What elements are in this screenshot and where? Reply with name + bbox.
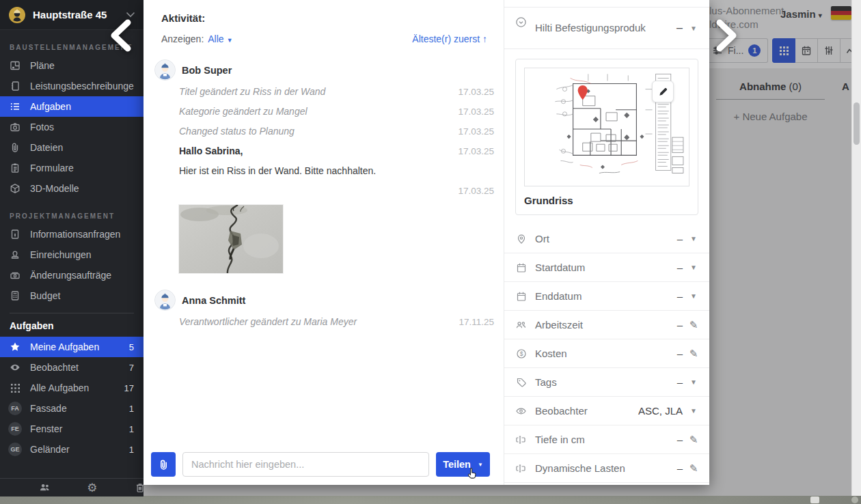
pencil-icon[interactable]: ✎ <box>689 348 698 360</box>
category-badge: FE <box>8 422 22 436</box>
sidebar-item-aufgaben[interactable]: Aufgaben <box>0 96 144 117</box>
sidebar-item-informationsanfragen[interactable]: Informationsanfragen <box>0 224 144 244</box>
filter-fassade[interactable]: FA Fassade 1 <box>0 398 144 419</box>
location-icon <box>515 233 527 244</box>
tag-icon <box>515 376 527 388</box>
feed-event: Verantwortlicher geändert zu Maria Meyer… <box>144 316 504 327</box>
svg-text:$: $ <box>519 350 523 357</box>
calculator-icon <box>10 290 20 301</box>
filter-gelaender[interactable]: GE Geländer 1 <box>0 439 144 460</box>
chevron-down-icon[interactable]: ▼ <box>689 292 698 300</box>
chevron-down-icon[interactable]: ▼ <box>689 378 698 386</box>
chevron-down-icon[interactable]: ▼ <box>689 407 698 415</box>
sidebar-item-3d-modelle[interactable]: 3D-Modelle <box>0 178 144 199</box>
section-label-projektmanagement: PROJEKTMANAGEMENT <box>10 212 144 220</box>
app-root: lus-Abonnement ldwire.com Jasmin▾ Fi... … <box>0 0 861 504</box>
filter-alle-aufgaben[interactable]: Alle Aufgaben 17 <box>0 378 144 398</box>
feed-event: Changed status to Planung 17.03.25 <box>144 126 504 137</box>
manpower-icon <box>515 319 527 331</box>
cash-icon <box>10 270 20 281</box>
gear-icon[interactable]: ⚙ <box>87 482 97 494</box>
stamp-icon <box>10 249 20 260</box>
worker-logo-icon <box>8 6 26 24</box>
feed-event: Kategorie geändert zu Mangel 17.03.25 <box>144 106 504 117</box>
chevron-down-icon <box>126 12 135 18</box>
field-arbeitszeit[interactable]: Arbeitszeit – ✎ <box>504 311 709 339</box>
grid-dots-icon <box>10 382 20 393</box>
task-attributes-panel: Hilti Befestigungsproduk – ▼ <box>504 0 709 485</box>
filter-beobachtet[interactable]: Beobachtet 7 <box>0 357 144 378</box>
avatar <box>154 290 176 311</box>
field-beobachter[interactable]: Beobachter ASC, JLA ▼ <box>504 397 709 425</box>
tasks-icon <box>10 101 20 112</box>
sidebar-item-budget[interactable]: Budget <box>0 285 144 306</box>
pencil-icon[interactable]: ✎ <box>689 462 698 475</box>
eye-icon <box>515 405 527 417</box>
activity-panel: Aktivität: Anzeigen: Alle▼ Älteste(r) zu… <box>144 0 504 485</box>
filter-label: Anzeigen: <box>161 33 204 44</box>
message-input[interactable] <box>182 452 429 477</box>
filter-meine-aufgaben[interactable]: Meine Aufgaben 5 <box>0 337 144 357</box>
browser-scrollbar[interactable] <box>851 0 861 496</box>
chevron-down-icon[interactable]: ▼ <box>689 235 698 242</box>
photos-icon <box>10 122 20 132</box>
field-kosten[interactable]: $ Kosten – ✎ <box>504 339 709 368</box>
chevron-down-icon: ▼ <box>227 37 233 44</box>
sidebar-item-dateien[interactable]: Dateien <box>0 137 144 158</box>
filter-fenster[interactable]: FE Fenster 1 <box>0 419 144 439</box>
chevron-down-icon[interactable]: ▼ <box>689 25 698 32</box>
sidebar-item-fotos[interactable]: Fotos <box>0 117 144 137</box>
message-composer: Teilen ▼ <box>144 452 504 485</box>
field-kategorie[interactable]: Hilti Befestigungsproduk – ▼ <box>504 7 709 49</box>
author-name: Anna Schmitt <box>182 295 245 306</box>
field-tags[interactable]: Tags – ▼ <box>504 368 709 397</box>
desktop-edge-strip <box>0 496 861 504</box>
activity-controls: Anzeigen: Alle▼ Älteste(r) zuerst ↑ <box>144 24 504 44</box>
cube-icon <box>10 183 20 194</box>
arrow-up-icon: ↑ <box>482 33 487 44</box>
sidebar: Hauptstraße 45 BAUSTELLENMANAGEMENT Plän… <box>0 0 144 496</box>
sidebar-item-leistungsbeschreibungen[interactable]: Leistungsbeschreibungen <box>0 76 144 96</box>
field-startdatum[interactable]: Startdatum – ▼ <box>504 253 709 282</box>
share-button[interactable]: Teilen ▼ <box>436 452 490 477</box>
category-badge: FA <box>8 402 22 415</box>
sidebar-item-plaene[interactable]: Pläne <box>0 55 144 76</box>
field-tiefe-in-cm[interactable]: Tiefe in cm – ✎ <box>504 425 709 454</box>
chevron-down-icon[interactable]: ▼ <box>689 264 698 271</box>
chevron-left-icon[interactable] <box>108 19 133 52</box>
sidebar-item-aenderungsauftraege[interactable]: Änderungsaufträge <box>0 265 144 285</box>
pencil-icon[interactable]: ✎ <box>689 319 698 331</box>
divider <box>10 313 134 313</box>
cost-icon: $ <box>515 348 527 359</box>
field-ort[interactable]: Ort – ▼ <box>504 225 709 253</box>
activity-feed: Bob Super Titel geändert zu Riss in der … <box>144 44 504 327</box>
floor-plan-thumbnail[interactable] <box>524 68 689 186</box>
feed-author: Bob Super <box>144 55 504 86</box>
plan-location-card[interactable]: Grundriss <box>515 59 698 215</box>
field-label: Hilti Befestigungsproduk <box>535 21 676 35</box>
crack-in-wall-photo[interactable] <box>179 205 283 273</box>
feed-event: Titel geändert zu Riss in der Wand 17.03… <box>144 86 504 97</box>
field-enddatum[interactable]: Enddatum – ▼ <box>504 282 709 311</box>
attach-button[interactable] <box>151 452 176 477</box>
chevron-right-icon[interactable] <box>715 19 739 52</box>
sidebar-item-einreichungen[interactable]: Einreichungen <box>0 244 144 265</box>
activity-filter-dropdown[interactable]: Alle▼ <box>208 33 232 44</box>
rfi-icon <box>10 229 20 240</box>
text-field-icon <box>515 462 527 474</box>
sort-toggle[interactable]: Älteste(r) zuerst ↑ <box>412 33 487 44</box>
task-detail-modal: Aktivität: Anzeigen: Alle▼ Älteste(r) zu… <box>144 0 709 485</box>
chevron-down-icon: ▼ <box>478 462 483 468</box>
sidebar-item-formulare[interactable]: Formulare <box>0 158 144 178</box>
plans-icon <box>10 60 20 71</box>
feed-photo-date: 17.03.25 <box>144 186 504 196</box>
edit-plan-pin-button[interactable] <box>652 81 674 102</box>
category-badge: GE <box>8 443 22 456</box>
field-dynamische-lasten[interactable]: Dynamische Lasten – ✎ <box>504 454 709 483</box>
people-icon[interactable] <box>39 482 51 494</box>
pencil-icon[interactable]: ✎ <box>689 434 698 446</box>
task-filters-heading: Aufgaben <box>10 320 144 331</box>
author-name: Bob Super <box>182 65 232 76</box>
scrollbar-thumb[interactable] <box>853 102 860 145</box>
calendar-icon <box>515 290 527 302</box>
